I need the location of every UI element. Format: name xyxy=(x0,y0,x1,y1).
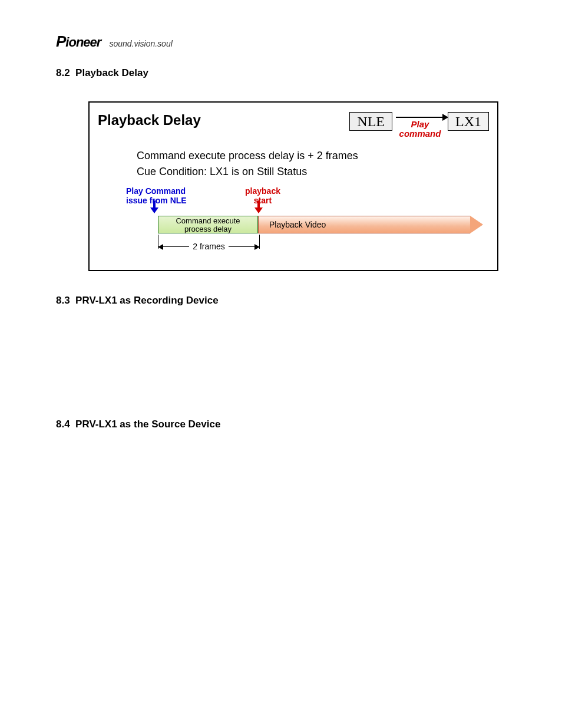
section-heading-8-4: 8.4 PRV-LX1 as the Source Device xyxy=(56,419,512,430)
section-title: PRV-LX1 as Recording Device xyxy=(75,295,219,306)
dimension-label: 2 frames xyxy=(189,242,228,251)
dim-arrow-right-icon xyxy=(254,244,260,250)
section-heading-8-2: 8.2 Playback Delay xyxy=(56,67,512,79)
timeline: Command execute process delay Playback V… xyxy=(126,207,483,255)
section-num: 8.4 xyxy=(56,419,70,430)
diagram-text-line2: Cue Condition: LX1 is on Still Status xyxy=(137,166,483,178)
bar1-line2: process delay xyxy=(184,225,232,233)
section-num: 8.3 xyxy=(56,295,70,306)
brand-tagline: sound.vision.soul xyxy=(109,39,172,48)
brand-logo: Pioneer xyxy=(56,32,101,51)
lx1-box: LX1 xyxy=(448,112,489,131)
section-83-content-placeholder xyxy=(56,312,512,407)
diagram-text-line1: Command execute process delay is + 2 fra… xyxy=(137,150,483,162)
diagram-title: Playback Delay xyxy=(98,112,349,129)
section-num: 8.2 xyxy=(56,67,70,78)
diagram-body: Command execute process delay is + 2 fra… xyxy=(90,132,497,255)
section-heading-8-3: 8.3 PRV-LX1 as Recording Device xyxy=(56,295,512,307)
command-delay-bar: Command execute process delay xyxy=(158,216,258,233)
nle-box: NLE xyxy=(349,112,392,131)
playback-video-bar-wrap: Playback Video xyxy=(258,216,483,233)
page-header: Pioneer sound.vision.soul xyxy=(56,32,512,51)
blue-label-line1: Play Command xyxy=(126,186,186,196)
playback-video-bar: Playback Video xyxy=(258,216,470,233)
arrow-label-line1: Play xyxy=(411,119,429,129)
red-label-line1: playback xyxy=(245,186,280,196)
blue-label-line2: issue from NLE xyxy=(126,196,187,205)
bar1-line1: Command execute xyxy=(176,216,240,225)
timeline-bars: Command execute process delay Playback V… xyxy=(158,216,483,233)
playback-delay-diagram: Playback Delay NLE Play command LX1 Comm… xyxy=(88,101,498,271)
section-title: Playback Delay xyxy=(75,67,148,78)
play-command-arrow: Play command xyxy=(392,112,448,132)
bar-arrowhead-icon xyxy=(470,216,483,233)
brand-text: ioneer xyxy=(65,35,101,50)
arrow-label-line2: command xyxy=(399,129,441,139)
red-label-line2: start xyxy=(254,196,272,205)
diagram-header-row: Playback Delay NLE Play command LX1 xyxy=(90,112,497,132)
marker-labels: Play Command issue from NLE playback sta… xyxy=(126,186,483,206)
dim-arrow-left-icon xyxy=(158,244,163,250)
two-frames-dimension: 2 frames xyxy=(158,238,260,253)
section-title: PRV-LX1 as the Source Device xyxy=(75,419,220,430)
